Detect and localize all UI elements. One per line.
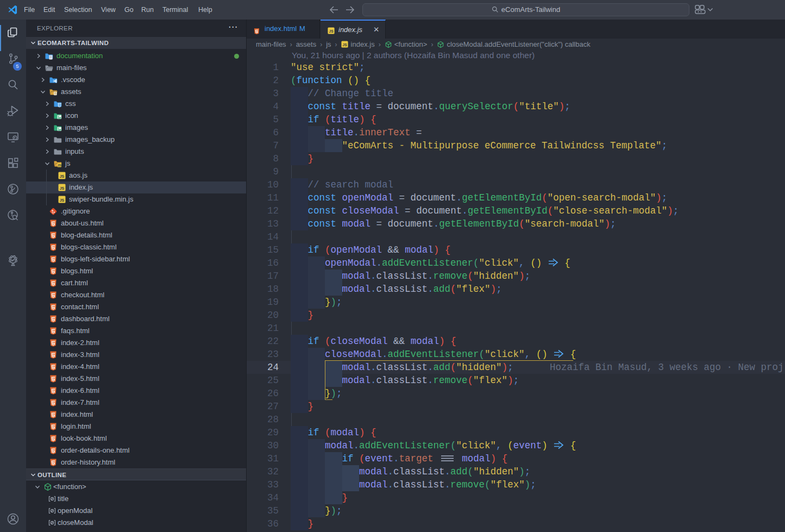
svg-text:JS: JS [60,198,65,202]
svg-text:JS: JS [60,174,65,178]
svg-text:JS: JS [60,186,65,190]
svg-text:JS: JS [58,164,61,167]
svg-text:JS: JS [329,29,334,33]
svg-text:JS: JS [342,43,347,47]
